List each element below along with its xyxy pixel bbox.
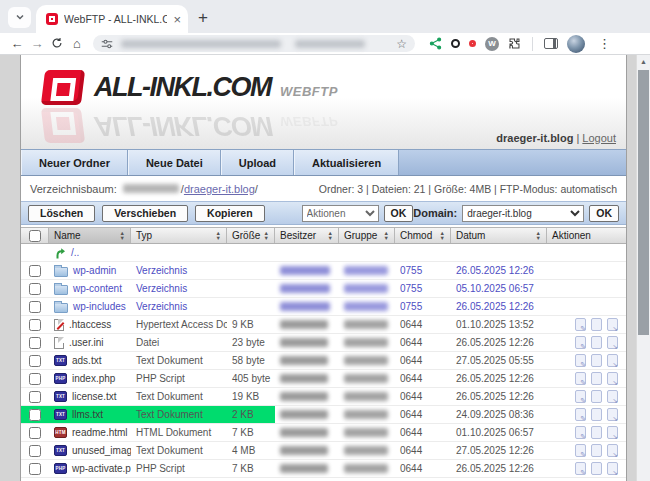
row-checkbox[interactable] xyxy=(29,463,41,475)
row-checkbox[interactable] xyxy=(29,445,41,457)
bookmark-star-icon[interactable]: ☆ xyxy=(396,38,407,50)
row-checkbox[interactable] xyxy=(29,337,41,349)
column-header-gruppe[interactable]: Gruppe▲▼ xyxy=(339,228,395,243)
action-download-icon[interactable] xyxy=(607,390,618,403)
action-edit-icon[interactable] xyxy=(575,408,586,421)
table-row[interactable]: HTMreadme.htmlHTML Dokument7 KB064401.10… xyxy=(21,424,626,442)
action-edit-icon[interactable] xyxy=(575,390,586,403)
row-checkbox[interactable] xyxy=(29,409,41,421)
action-edit-icon[interactable] xyxy=(575,354,586,367)
chmod-value[interactable]: 0644 xyxy=(395,406,451,423)
table-row[interactable]: TXTunused_imag...Text Dokument4 MB064427… xyxy=(21,442,626,460)
action-view-icon[interactable] xyxy=(591,462,602,475)
wordpress-extension-icon[interactable]: W xyxy=(485,37,499,51)
row-checkbox[interactable] xyxy=(29,427,41,439)
column-header-datum[interactable]: Datum▲▼ xyxy=(451,228,547,243)
chmod-value[interactable]: 0644 xyxy=(395,442,451,459)
file-name-link[interactable]: wp-includes xyxy=(73,301,126,312)
file-name-link[interactable]: readme.html xyxy=(72,427,128,438)
file-name-link[interactable]: /.. xyxy=(71,247,79,258)
profile-avatar[interactable] xyxy=(567,35,585,53)
table-row[interactable]: TXTads.txtText Dokument58 byte064427.05.… xyxy=(21,352,626,370)
file-name-link[interactable]: llms.txt xyxy=(72,409,103,420)
chmod-value[interactable]: 0644 xyxy=(395,388,451,405)
file-name-link[interactable]: wp-content xyxy=(73,283,122,294)
file-name-link[interactable]: wp-admin xyxy=(73,265,116,276)
table-row[interactable]: TXTllms.txtText Dokument2 KB064424.09.20… xyxy=(21,406,626,424)
sort-arrows-icon[interactable]: ▲▼ xyxy=(325,231,333,240)
file-name-link[interactable]: unused_imag... xyxy=(72,445,131,456)
extension-red-icon[interactable] xyxy=(469,40,476,47)
address-bar[interactable]: ☆ xyxy=(93,35,415,52)
action-view-icon[interactable] xyxy=(591,318,602,331)
column-header-chmod[interactable]: Chmod▲▼ xyxy=(395,228,451,243)
new-tab-button[interactable]: + xyxy=(198,9,208,26)
menu-dots-icon[interactable]: ⋮ xyxy=(598,36,611,51)
sort-arrows-icon[interactable]: ▲▼ xyxy=(261,231,269,240)
action-edit-icon[interactable] xyxy=(575,426,586,439)
action-view-icon[interactable] xyxy=(591,444,602,457)
scrollbar-up-icon[interactable]: ▲ xyxy=(637,55,650,65)
action-download-icon[interactable] xyxy=(607,462,618,475)
domain-ok-button[interactable]: OK xyxy=(589,205,619,222)
reload-icon[interactable] xyxy=(47,37,67,51)
forward-icon[interactable]: → xyxy=(27,37,47,50)
action-download-icon[interactable] xyxy=(607,318,618,331)
action-edit-icon[interactable] xyxy=(575,318,586,331)
action-view-icon[interactable] xyxy=(591,354,602,367)
share-extension-icon[interactable] xyxy=(429,37,442,50)
row-checkbox[interactable] xyxy=(29,265,41,277)
table-row[interactable]: TXTlicense.txtText Dokument19 KB064426.0… xyxy=(21,388,626,406)
action-download-icon[interactable] xyxy=(607,354,618,367)
action-edit-icon[interactable] xyxy=(575,336,586,349)
path-domain-link[interactable]: draeger-it.blog xyxy=(184,183,255,195)
copy-button[interactable]: Kopieren xyxy=(195,205,265,222)
column-header-besitzer[interactable]: Besitzer▲▼ xyxy=(275,228,339,243)
action-download-icon[interactable] xyxy=(607,408,618,421)
chmod-value[interactable]: 0755 xyxy=(395,280,451,297)
file-name-link[interactable]: index.php xyxy=(72,373,115,384)
action-view-icon[interactable] xyxy=(591,426,602,439)
move-button[interactable]: Verschieben xyxy=(102,205,188,222)
column-header-typ[interactable]: Typ▲▼ xyxy=(131,228,227,243)
column-header-name[interactable]: Name▲▼ xyxy=(49,228,131,243)
chmod-value[interactable] xyxy=(395,244,451,261)
extension-ring-icon[interactable] xyxy=(451,39,460,48)
table-row[interactable]: /.. xyxy=(21,244,626,262)
upload-button[interactable]: Upload xyxy=(221,150,294,175)
table-row[interactable]: wp-adminVerzeichnis075526.05.2025 12:26 xyxy=(21,262,626,280)
back-icon[interactable]: ← xyxy=(7,37,27,50)
action-download-icon[interactable] xyxy=(607,336,618,349)
file-name-link[interactable]: wp-activate.php xyxy=(72,463,131,474)
page-scrollbar[interactable]: ▲ xyxy=(636,55,650,481)
action-download-icon[interactable] xyxy=(607,372,618,385)
table-row[interactable]: .htaccessHypertext Access Dok...9 KB0644… xyxy=(21,316,626,334)
row-checkbox[interactable] xyxy=(29,301,41,313)
file-name-link[interactable]: license.txt xyxy=(72,391,116,402)
chmod-value[interactable]: 0644 xyxy=(395,424,451,441)
home-icon[interactable]: ⌂ xyxy=(67,37,87,50)
chmod-value[interactable]: 0644 xyxy=(395,352,451,369)
action-view-icon[interactable] xyxy=(591,390,602,403)
browser-tab[interactable]: WebFTP - ALL-INKL.COM × xyxy=(36,5,188,33)
file-name-link[interactable]: .user.ini xyxy=(69,337,103,348)
domain-select[interactable]: draeger-it.blog xyxy=(462,205,584,222)
chmod-value[interactable]: 0755 xyxy=(395,298,451,315)
sort-arrows-icon[interactable]: ▲▼ xyxy=(117,231,125,240)
row-checkbox[interactable] xyxy=(29,355,41,367)
table-row[interactable]: PHPindex.phpPHP Script405 byte064426.05.… xyxy=(21,370,626,388)
row-checkbox[interactable] xyxy=(29,391,41,403)
row-checkbox[interactable] xyxy=(29,283,41,295)
action-edit-icon[interactable] xyxy=(575,372,586,385)
row-checkbox[interactable] xyxy=(29,373,41,385)
action-edit-icon[interactable] xyxy=(575,462,586,475)
tune-icon[interactable] xyxy=(101,38,113,50)
action-edit-icon[interactable] xyxy=(575,444,586,457)
action-view-icon[interactable] xyxy=(591,336,602,349)
sort-arrows-icon[interactable]: ▲▼ xyxy=(437,231,445,240)
tab-close-icon[interactable]: × xyxy=(173,13,181,26)
chmod-value[interactable]: 0644 xyxy=(395,370,451,387)
logout-link[interactable]: Logout xyxy=(582,132,616,144)
chmod-value[interactable]: 0644 xyxy=(395,316,451,333)
scrollbar-thumb[interactable] xyxy=(638,70,649,335)
